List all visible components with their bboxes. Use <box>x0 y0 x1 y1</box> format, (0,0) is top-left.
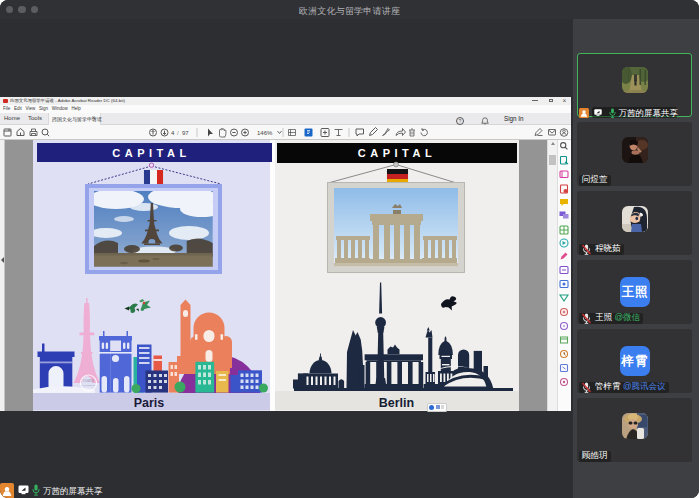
svg-text:146%: 146% <box>257 130 273 136</box>
svg-text:4: 4 <box>171 130 175 136</box>
svg-text:/: / <box>177 130 179 136</box>
svg-text:KIGATIB: KIGATIB <box>83 379 94 383</box>
svg-text:PROJECTS: PROJECTS <box>82 384 95 387</box>
svg-text:97: 97 <box>182 130 189 136</box>
